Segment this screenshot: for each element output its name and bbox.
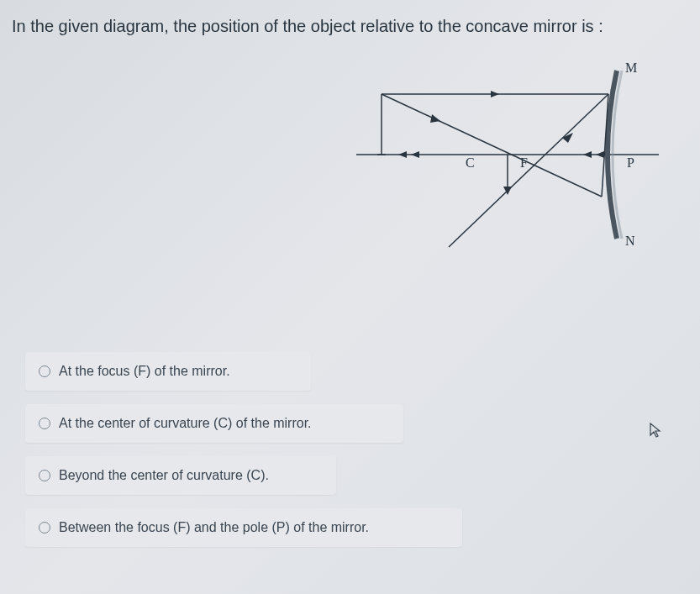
- svg-marker-2: [411, 151, 419, 158]
- svg-line-9: [449, 94, 608, 247]
- label-F: F: [520, 155, 528, 170]
- cursor-icon: [649, 422, 662, 443]
- option-d[interactable]: Between the focus (F) and the pole (P) o…: [25, 508, 462, 547]
- svg-line-11: [382, 94, 602, 197]
- label-N: N: [625, 234, 635, 248]
- svg-marker-10: [562, 133, 573, 143]
- radio-icon: [39, 522, 50, 534]
- svg-marker-3: [583, 151, 592, 158]
- option-text: Beyond the center of curvature (C).: [59, 468, 269, 483]
- label-C: C: [466, 155, 475, 170]
- svg-marker-8: [491, 91, 499, 97]
- option-text: At the focus (F) of the mirror.: [59, 364, 230, 379]
- option-c[interactable]: Beyond the center of curvature (C).: [25, 456, 336, 495]
- question-text: In the given diagram, the position of th…: [12, 15, 688, 37]
- radio-icon: [39, 365, 50, 377]
- options-list: At the focus (F) of the mirror. At the c…: [25, 352, 496, 560]
- label-P: P: [627, 155, 634, 170]
- option-a[interactable]: At the focus (F) of the mirror.: [25, 352, 311, 391]
- radio-icon: [39, 470, 50, 481]
- option-b[interactable]: At the center of curvature (C) of the mi…: [25, 404, 403, 443]
- label-M: M: [625, 60, 637, 75]
- radio-icon: [39, 418, 50, 429]
- option-text: At the center of curvature (C) of the mi…: [59, 416, 312, 431]
- concave-mirror-diagram: M N C F P: [348, 54, 667, 272]
- svg-marker-4: [596, 151, 604, 158]
- svg-marker-1: [398, 151, 407, 158]
- option-text: Between the focus (F) and the pole (P) o…: [59, 520, 369, 535]
